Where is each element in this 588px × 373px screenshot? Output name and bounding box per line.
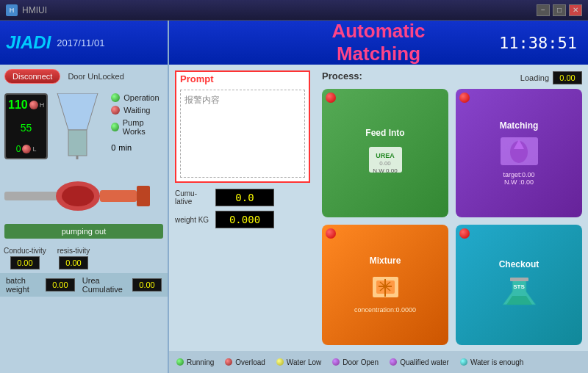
gauge-l-led [22,145,31,153]
overload-label: Overload [235,358,265,366]
title-bar: H HMIUI − □ ✕ [0,0,588,21]
header-date: 2017/11/01 [57,37,104,48]
min-label: min [118,143,132,152]
gauge-high-value: 110 [8,98,28,112]
gauge-display: 110 H 55 0 L [4,93,48,159]
pump-out-label: pumping out [4,224,163,239]
door-label: Door Open [343,358,379,366]
gauge-low-value: 0 [16,144,21,154]
svg-text:UREA: UREA [376,152,395,159]
status-enough: Water is enough [460,358,523,366]
maximize-button[interactable]: □ [553,4,566,16]
center-panel: Prompt 报警内容 Cumu-lative 0.0 weight KG 0.… [169,65,316,351]
conductivity-label: Conduc-tivity [4,247,46,255]
loading-value: 0.00 [553,71,582,84]
feed-card: Feed Into UREA 0.00 N.W 0.00 [322,89,448,217]
prompt-title: Prompt [176,72,309,86]
operation-led [111,93,120,102]
funnel-svg [54,93,101,159]
feed-title: Feed Into [365,128,404,138]
status-running: Running [176,358,214,366]
urea-label: Urea Cumulative [82,276,125,294]
conductivity-value: 0.00 [10,256,40,269]
overload-led [225,358,232,366]
running-led [176,358,184,366]
matching-target: target:0.00 [503,171,534,178]
cumulative-label: Cumu-lative [175,189,212,206]
checkout-card: Checkout STS [456,225,582,346]
enough-led [460,358,467,366]
weight-label: weight KG [175,216,212,224]
water-low-led [276,358,284,366]
checkout-led [459,228,470,239]
svg-text:N.W  0.00: N.W 0.00 [373,167,398,174]
min-value: 0 [111,143,115,152]
weight-value: 0.000 [215,211,274,228]
mixture-conc: concentration:0.0000 [354,306,416,314]
water-low-label: Water Low [287,358,321,366]
checkout-title: Checkout [499,259,539,269]
title-bar-text: HMIUI [22,5,47,15]
feed-led [326,93,336,103]
status-water-low: Water Low [276,358,321,366]
disconnect-button[interactable]: Disconnect [4,69,60,84]
mixture-card: Mixture [322,225,448,346]
conductivity-row: Conduc-tivity 0.00 resis-tivity 0.00 [0,243,168,273]
door-led [332,358,340,366]
enough-label: Water is enough [470,358,523,366]
svg-marker-0 [57,93,98,130]
matching-led [459,93,470,103]
svg-rect-7 [137,186,150,206]
mixture-icon [363,269,407,306]
matching-nw: N.W :0.00 [504,178,534,186]
minimize-button[interactable]: − [537,4,550,16]
gauge-h-label: H [40,101,45,109]
gauge-l-label: L [32,145,36,153]
pump-machine-svg [4,170,151,214]
qualified-led [390,358,397,366]
cumulative-section: Cumu-lative 0.0 weight KG 0.000 [175,189,310,228]
gauge-h-led [29,101,38,109]
close-button[interactable]: ✕ [569,4,582,16]
process-panel: Process: Loading 0.00 Feed Into [316,65,588,351]
status-bar: Running Overload Water Low Door Open Qua… [169,351,588,373]
app-icon: H [6,4,18,16]
right-panel: Automatic Matching 11:38:51 Prompt 报警内容 … [169,21,588,373]
svg-text:STS: STS [513,283,525,290]
batch-label: batch weight [6,276,38,294]
qualified-label: Qualified water [400,358,449,366]
pump-led [111,123,119,131]
page-title: Automatic Matching [312,20,445,65]
svg-rect-21 [510,278,528,281]
matching-title: Matching [500,120,539,131]
urea-value: 0.00 [132,278,162,291]
prompt-section: Prompt 报警内容 [175,70,310,183]
status-door: Door Open [332,358,379,366]
checkout-icon: STS [497,273,541,310]
resistivity-label: resis-tivity [57,247,90,255]
right-body: Prompt 报警内容 Cumu-lative 0.0 weight KG 0.… [169,65,588,351]
svg-rect-1 [68,130,87,156]
feed-icon: UREA 0.00 N.W 0.00 [363,142,407,178]
indicator-group: Operation Waiting Pump Works 0 min [111,93,163,162]
svg-rect-6 [100,190,137,202]
waiting-led [111,106,120,115]
clock-display: 11:38:51 [499,34,577,52]
cumulative-value: 0.0 [215,189,274,206]
batch-row: batch weight 0.00 Urea Cumulative 0.00 [0,273,168,297]
status-overload: Overload [225,358,265,366]
operation-label: Operation [123,93,159,102]
resistivity-value: 0.00 [59,256,88,269]
left-panel: JIADI 2017/11/01 Disconnect Door UnLocke… [0,21,169,373]
mixture-title: Mixture [370,256,401,266]
status-qualified: Qualified water [390,358,449,366]
running-label: Running [187,358,214,366]
gauge-mid-value: 55 [21,122,32,134]
prompt-content: 报警内容 [180,90,305,178]
cards-grid: Feed Into UREA 0.00 N.W 0.00 [322,89,582,345]
waiting-label: Waiting [123,106,150,115]
matching-icon [497,134,541,171]
pump-label: Pump Works [123,118,163,136]
loading-label: Loading [520,73,549,82]
batch-value: 0.00 [46,278,75,291]
